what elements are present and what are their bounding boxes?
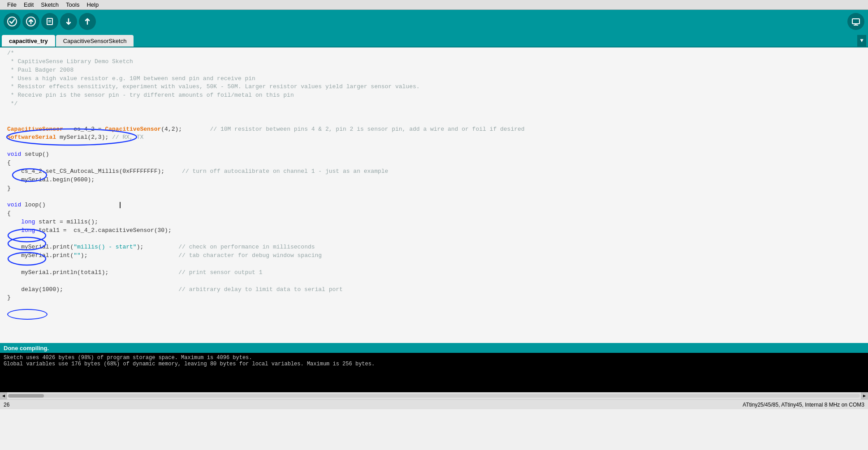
serial-monitor-button[interactable] — [847, 13, 864, 30]
toolbar — [0, 10, 868, 33]
console-line-1: Sketch uses 4026 bytes (98%) of program … — [4, 355, 864, 361]
scroll-track[interactable] — [8, 394, 860, 398]
verify-button[interactable] — [4, 13, 21, 30]
console-line-2: Global variables use 176 bytes (68%) of … — [4, 361, 864, 367]
menu-sketch[interactable]: Sketch — [37, 1, 62, 8]
scroll-right-button[interactable]: ▶ — [861, 392, 868, 399]
menu-bar: File Edit Sketch Tools Help — [0, 0, 868, 10]
menu-edit[interactable]: Edit — [20, 1, 37, 8]
line-number: 26 — [4, 402, 9, 408]
menu-tools[interactable]: Tools — [62, 1, 83, 8]
board-info: ATtiny25/45/85, ATtiny45, Internal 8 MHz… — [743, 402, 864, 408]
status-bar: 26 ATtiny25/45/85, ATtiny45, Internal 8 … — [0, 399, 868, 409]
code-editor[interactable]: /* * CapitiveSense Library Demo Sketch *… — [0, 49, 868, 302]
horizontal-scrollbar[interactable]: ◀ ▶ — [0, 392, 868, 399]
editor[interactable]: /* * CapitiveSense Library Demo Sketch *… — [0, 47, 868, 343]
svg-rect-6 — [852, 19, 859, 24]
open-button[interactable] — [60, 13, 77, 30]
console-status-bar: Done compiling. — [0, 343, 868, 353]
svg-point-0 — [8, 17, 17, 26]
scroll-left-button[interactable]: ◀ — [0, 392, 7, 399]
tab-capacitive-try[interactable]: capacitive_try — [2, 35, 55, 47]
svg-rect-3 — [47, 18, 52, 25]
upload-button[interactable] — [22, 13, 39, 30]
menu-help[interactable]: Help — [83, 1, 102, 8]
console-status-label: Done compiling. — [4, 345, 49, 351]
new-button[interactable] — [41, 13, 58, 30]
save-button[interactable] — [79, 13, 96, 30]
menu-file[interactable]: File — [4, 1, 20, 8]
tab-capacitive-sensor-sketch[interactable]: CapacitiveSensorSketch — [56, 35, 134, 47]
console-output: Sketch uses 4026 bytes (98%) of program … — [0, 353, 868, 392]
tabs-bar: capacitive_try CapacitiveSensorSketch ▼ — [0, 33, 868, 47]
scroll-thumb[interactable] — [8, 394, 44, 398]
tabs-dropdown-button[interactable]: ▼ — [857, 35, 866, 47]
